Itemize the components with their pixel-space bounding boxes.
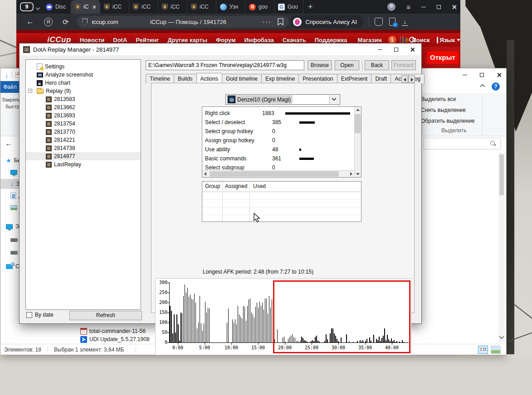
tree-replay-item[interactable]: 2813693 — [26, 111, 141, 120]
nav-item-language[interactable]: Язык — [440, 37, 455, 43]
tab-extpresent[interactable]: ExtPresent — [337, 74, 372, 83]
browser-tab-iccup[interactable]: iCC — [158, 0, 187, 14]
tree-replay-item[interactable]: 2814738 — [26, 144, 141, 152]
browser-tab-uznat[interactable]: Узн — [216, 0, 245, 14]
chevron-down-icon[interactable] — [36, 5, 40, 10]
browser-tab-iccup-active[interactable]: iC — [71, 0, 100, 14]
column-header-group[interactable]: Group — [205, 183, 220, 189]
nav-item-infobase[interactable]: Инфобаза — [244, 37, 274, 43]
close-tab-icon[interactable] — [92, 5, 96, 9]
collections-icon[interactable] — [375, 18, 383, 26]
tree-item-settings[interactable]: Settings — [26, 63, 141, 71]
file-tab[interactable]: Файл — [0, 81, 20, 93]
player-select[interactable]: Denzel10 (Ogre Magi) — [225, 94, 340, 105]
close-icon[interactable] — [410, 47, 415, 52]
tree-replay-item[interactable]: 2813583 — [26, 95, 141, 103]
nav-item-news[interactable]: Новости — [80, 37, 105, 43]
scrollbar-thumb[interactable] — [355, 114, 361, 133]
collapse-icon[interactable]: − — [28, 89, 32, 93]
back-button[interactable]: Back — [365, 60, 389, 70]
download-icon[interactable]: ↓ — [402, 18, 408, 26]
open-download-button[interactable]: Открыт — [427, 51, 459, 64]
close-icon[interactable] — [452, 5, 457, 10]
help-icon[interactable]: ? — [492, 82, 500, 91]
collapse-ribbon-icon[interactable] — [480, 84, 485, 89]
open-button[interactable]: Open — [335, 60, 359, 70]
tree-replay-item-selected[interactable]: 2814977 — [26, 152, 141, 160]
profile-avatar[interactable] — [387, 3, 395, 11]
maximize-icon[interactable] — [437, 5, 441, 9]
actions-listbox[interactable]: Right click1883 Select / deselect385 Sel… — [202, 106, 361, 178]
tree-folder-replay[interactable]: −Replay (9) — [26, 87, 141, 95]
tab-actions[interactable]: Actions — [196, 73, 222, 82]
minimize-icon[interactable] — [421, 7, 426, 7]
tab-scroll-right[interactable] — [408, 75, 415, 83]
tab-builds[interactable]: Builds — [174, 74, 197, 83]
menu-icon[interactable]: ≡ — [406, 3, 410, 11]
scroll-up-icon[interactable] — [356, 109, 360, 111]
bookmark-icon[interactable] — [278, 18, 283, 25]
by-date-checkbox[interactable] — [26, 312, 32, 318]
search-input[interactable] — [424, 138, 501, 149]
scroll-right-icon[interactable] — [350, 172, 352, 176]
tab-exp-timeline[interactable]: Exp timeline — [261, 74, 299, 83]
tree-replay-item[interactable]: 2813662 — [26, 103, 141, 111]
new-tab-button[interactable]: + — [308, 2, 313, 12]
tab-gold-timeline[interactable]: Gold timeline — [222, 74, 262, 83]
yandex-home-icon[interactable]: Я — [44, 18, 53, 26]
browser-tab-iccup[interactable]: iCC — [187, 0, 216, 14]
close-icon[interactable] — [497, 72, 502, 77]
more-icon[interactable]: ··· — [263, 19, 271, 25]
forward-button[interactable]: Forward — [391, 60, 416, 70]
tree-replay-item[interactable]: 2813754 — [26, 120, 141, 128]
pin-quick-access-label[interactable]: Закрепи быстр — [2, 96, 21, 110]
tab-scroll-left[interactable] — [401, 75, 408, 83]
nav-item-dota[interactable]: DotA — [113, 37, 127, 43]
browser-tab-iccup[interactable]: iCC — [129, 0, 158, 14]
back-icon[interactable]: ← — [26, 17, 34, 26]
scroll-left-icon[interactable] — [204, 172, 206, 176]
scroll-down-icon[interactable] — [356, 173, 360, 175]
browser-tab-discord[interactable]: Disc — [42, 0, 71, 14]
tree-item-analyze-screenshot[interactable]: Analyze screenshot — [26, 71, 141, 79]
column-header-assigned[interactable]: Assigned — [225, 183, 247, 189]
documents-icon[interactable]: ✓ — [389, 18, 395, 26]
column-header-used[interactable]: Used — [253, 183, 266, 189]
tree-replay-item[interactable]: LastReplay — [26, 160, 141, 169]
tab-timeline[interactable]: Timeline — [146, 74, 174, 83]
nav-item-other-maps[interactable]: Другие карты — [168, 37, 207, 43]
scrollbar-thumb[interactable] — [210, 171, 339, 177]
scrollbar-thumb[interactable] — [499, 154, 504, 195]
nav-item-support[interactable]: Поддержка — [315, 37, 347, 43]
tree-replay-item[interactable]: 2814221 — [26, 136, 141, 144]
nav-item-forum[interactable]: Форум — [216, 37, 235, 43]
title-bar[interactable]: DotA Replay Manager - 2814977 — [20, 43, 421, 55]
refresh-button[interactable]: Refresh — [69, 311, 142, 320]
language-globe-icon[interactable] — [437, 37, 438, 43]
tree-item-hero-chart[interactable]: Hero chart — [26, 79, 141, 87]
browser-tab-google-ya[interactable]: Я goo — [245, 0, 274, 14]
nav-item-rating[interactable]: Рейтинг — [136, 37, 159, 43]
horizontal-scrollbar[interactable] — [202, 170, 354, 177]
address-bar[interactable]: iccup.com iCCup — Помощь / 1941726 ··· — [77, 16, 289, 28]
browse-button[interactable]: Browse — [307, 60, 332, 70]
thumbnail-view-button[interactable] — [491, 346, 501, 354]
tab-counter[interactable]: 9 — [20, 2, 34, 11]
minimize-icon[interactable] — [463, 75, 467, 75]
tab-draft[interactable]: Draft — [371, 74, 391, 83]
tab-presentation[interactable]: Presentation — [298, 74, 337, 83]
replay-path-input[interactable]: E:\Games\Warcraft 3 Frozen Throne\replay… — [146, 60, 304, 70]
back-icon[interactable]: ← — [5, 140, 12, 148]
combo-dropdown-button[interactable] — [329, 95, 339, 104]
details-view-button[interactable] — [478, 346, 488, 354]
maximize-icon[interactable] — [394, 48, 398, 52]
reload-icon[interactable]: ⟳ — [63, 18, 68, 26]
minimize-icon[interactable] — [378, 49, 382, 50]
nav-item-download[interactable]: Скачать — [283, 37, 306, 43]
downloads-icon[interactable]: ↓ — [5, 71, 9, 79]
alice-button[interactable]: Спросить Алису AI — [291, 15, 363, 28]
browser-tab-google[interactable]: G Goo — [274, 0, 303, 14]
maximize-icon[interactable] — [480, 73, 484, 77]
tree-replay-item[interactable]: 2813770 — [26, 128, 141, 136]
browser-tab-iccup[interactable]: iCC — [100, 0, 129, 14]
